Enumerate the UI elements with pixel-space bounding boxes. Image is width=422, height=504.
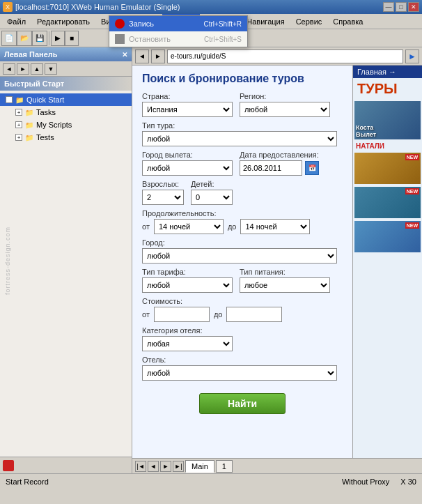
title-bar-left: X [localhost:7010] XWeb Human Emulator (… bbox=[3, 2, 180, 12]
form-row-tariff: Тип тарифа: любой Тип питания: любое bbox=[142, 268, 343, 293]
macro-stop-item[interactable]: Остановить Ctrl+Shift+S bbox=[109, 31, 247, 47]
duration-from-select[interactable]: 14 ночей bbox=[154, 219, 224, 234]
cost-to-input[interactable] bbox=[226, 307, 282, 322]
toolbar-stop-btn[interactable]: ■ bbox=[65, 31, 79, 46]
find-btn-row: Найти bbox=[142, 388, 343, 414]
forward-button[interactable]: ► bbox=[151, 49, 165, 63]
meal-select[interactable]: любое bbox=[240, 277, 330, 293]
left-panel-label: Левая Панель bbox=[4, 50, 58, 59]
tree-item-tasks[interactable]: + 📁 Tasks bbox=[0, 106, 132, 119]
nav-down-btn[interactable]: ▼ bbox=[45, 63, 57, 75]
tour-thumb-2[interactable]: NEW bbox=[354, 153, 421, 184]
tab-1[interactable]: 1 bbox=[216, 460, 233, 473]
country-select[interactable]: Испания bbox=[142, 102, 233, 117]
duration-label: Продолжительность: bbox=[142, 209, 310, 217]
form-group-date: Дата предоставления: 📅 bbox=[240, 151, 319, 176]
cost-to-label: до bbox=[214, 310, 223, 319]
folder-quickstart-icon: 📁 bbox=[15, 95, 24, 105]
natali-label: НАТАЛИ bbox=[353, 141, 422, 151]
adults-select[interactable]: 2 bbox=[142, 190, 184, 205]
menu-file[interactable]: Файл bbox=[1, 14, 31, 29]
toolbar-open-btn[interactable]: 📂 bbox=[17, 31, 32, 46]
nav-up-btn[interactable]: ▲ bbox=[31, 63, 43, 75]
form-group-meal: Тип питания: любое bbox=[240, 268, 330, 293]
form-group-tariff: Тип тарифа: любой bbox=[142, 268, 233, 293]
form-group-duration: Продолжительность: от 14 ночей до 14 ноч… bbox=[142, 209, 310, 234]
nav-fwd-btn[interactable]: ► bbox=[17, 63, 29, 75]
duration-from-label: от bbox=[142, 222, 150, 231]
form-row-tourtype: Тип тура: любой bbox=[142, 121, 343, 146]
cost-from-input[interactable] bbox=[154, 307, 210, 322]
expand-tests[interactable]: + bbox=[15, 134, 22, 141]
form-row-depart: Город вылета: любой Дата предоставления:… bbox=[142, 151, 343, 176]
date-input[interactable] bbox=[240, 160, 302, 176]
form-group-hotel: Отель: любой bbox=[142, 356, 343, 381]
menu-edit[interactable]: Редактировать bbox=[31, 14, 95, 29]
status-left: Start Record bbox=[6, 478, 49, 486]
tour-thumb-3[interactable]: NEW bbox=[354, 187, 421, 218]
panel-close-button[interactable]: ✕ bbox=[122, 51, 127, 59]
url-bar[interactable] bbox=[167, 49, 403, 63]
section-title-label: Быстрый Старт bbox=[4, 79, 64, 88]
region-select[interactable]: любой bbox=[240, 102, 330, 117]
tab-nav-first[interactable]: |◄ bbox=[135, 461, 146, 472]
tour-thumb-1[interactable]: КостаВылет bbox=[354, 101, 421, 139]
main-layout: Левая Панель ✕ ◄ ► ▲ ▼ Быстрый Старт − 📁… bbox=[0, 47, 422, 473]
tab-nav-next[interactable]: ► bbox=[160, 461, 171, 472]
toolbar-save-btn[interactable]: 💾 bbox=[32, 31, 47, 46]
folder-tests-icon: 📁 bbox=[24, 132, 34, 142]
tourtype-select[interactable]: любой bbox=[142, 131, 337, 146]
macro-record-item[interactable]: Запись Ctrl+Shift+R bbox=[109, 16, 247, 31]
departcity-select[interactable]: любой bbox=[142, 160, 233, 176]
folder-myscripts-icon: 📁 bbox=[24, 120, 34, 130]
hotelcat-select[interactable]: любая bbox=[142, 336, 233, 351]
hotel-label: Отель: bbox=[142, 356, 343, 364]
tree-item-quickstart[interactable]: − 📁 Quick Start bbox=[0, 93, 132, 106]
tree-item-tests[interactable]: + 📁 Tests bbox=[0, 131, 132, 144]
tab-nav-last[interactable]: ►| bbox=[173, 461, 184, 472]
maximize-button[interactable]: □ bbox=[396, 2, 407, 12]
expand-myscripts[interactable]: + bbox=[15, 121, 22, 128]
tab-nav-prev[interactable]: ◄ bbox=[148, 461, 159, 472]
title-bar-controls[interactable]: — □ ✕ bbox=[383, 2, 419, 12]
toolbar-new-btn[interactable]: 📄 bbox=[1, 31, 17, 46]
tree-label-quickstart: Quick Start bbox=[26, 96, 64, 104]
duration-to-label: до bbox=[228, 222, 237, 231]
form-row-persons: Взрослых: 2 Детей: 0 bbox=[142, 180, 343, 205]
hotel-select[interactable]: любой bbox=[142, 365, 337, 381]
macro-record-shortcut: Ctrl+Shift+R bbox=[204, 20, 242, 28]
go-button[interactable]: ► bbox=[405, 49, 419, 63]
expand-tasks[interactable]: + bbox=[15, 109, 22, 116]
menu-service[interactable]: Сервис bbox=[290, 14, 328, 29]
tab-main[interactable]: Main bbox=[185, 460, 214, 473]
calendar-icon[interactable]: 📅 bbox=[305, 161, 319, 175]
duration-to-select[interactable]: 14 ночей bbox=[240, 219, 310, 234]
departcity-label: Город вылета: bbox=[142, 151, 233, 159]
tariff-select[interactable]: любой bbox=[142, 277, 233, 293]
left-panel-bottom bbox=[0, 457, 132, 473]
stop-icon bbox=[115, 34, 125, 44]
city-select[interactable]: любой bbox=[142, 248, 337, 264]
find-button[interactable]: Найти bbox=[199, 393, 286, 414]
back-button[interactable]: ◄ bbox=[135, 49, 149, 63]
title-text: [localhost:7010] XWeb Human Emulator (Si… bbox=[15, 3, 180, 11]
tourtype-label: Тип тура: bbox=[142, 121, 343, 130]
form-area: Поиск и бронирование туров Страна: Испан… bbox=[132, 66, 352, 458]
tour-thumb-4[interactable]: NEW bbox=[354, 221, 421, 252]
nav-back-btn[interactable]: ◄ bbox=[3, 63, 15, 75]
expand-quickstart[interactable]: − bbox=[6, 96, 13, 103]
cost-range: от до bbox=[142, 307, 282, 322]
close-button[interactable]: ✕ bbox=[408, 2, 419, 12]
tree: − 📁 Quick Start + 📁 Tasks + 📁 My Scripts… bbox=[0, 91, 132, 457]
form-row-hotelcat: Категория отеля: любая bbox=[142, 326, 343, 351]
tour-thumb-4-new: NEW bbox=[405, 222, 419, 229]
menu-navigation[interactable]: Навигация bbox=[241, 14, 290, 29]
children-select[interactable]: 0 bbox=[191, 190, 233, 205]
menu-help[interactable]: Справка bbox=[327, 14, 368, 29]
minimize-button[interactable]: — bbox=[383, 2, 394, 12]
tree-item-myscripts[interactable]: + 📁 My Scripts bbox=[0, 119, 132, 131]
toolbar-run-btn[interactable]: ▶ bbox=[51, 31, 65, 46]
region-label: Регион: bbox=[240, 92, 330, 100]
macro-stop-label: Остановить bbox=[129, 35, 171, 43]
children-label: Детей: bbox=[191, 180, 233, 188]
